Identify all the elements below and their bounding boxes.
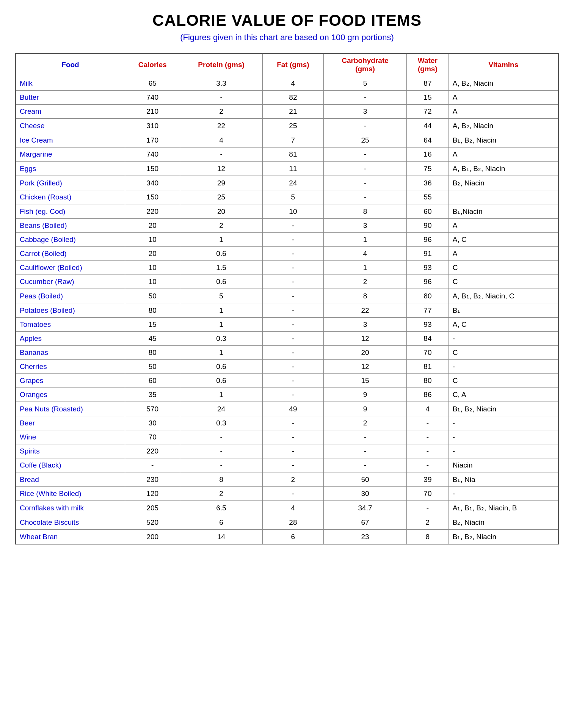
- cell-vitamins: -: [449, 487, 558, 501]
- cell-vitamins: B₁, B₂, Niacin: [449, 133, 558, 147]
- cell-vitamins: B₁, B₂, Niacin: [449, 402, 558, 416]
- cell-vitamins: A: [449, 247, 558, 261]
- col-fat: Fat (gms): [262, 53, 323, 76]
- cell-fat: 6: [262, 530, 323, 544]
- cell-food: Margarine: [16, 147, 125, 162]
- col-protein: Protein (gms): [180, 53, 262, 76]
- cell-vitamins: B₂, Niacin: [449, 515, 558, 530]
- cell-food: Spirits: [16, 444, 125, 458]
- cell-fat: -: [262, 444, 323, 458]
- cell-food: Beer: [16, 416, 125, 430]
- table-row: Oranges351-986C, A: [16, 388, 558, 402]
- cell-food: Peas (Boiled): [16, 289, 125, 303]
- table-row: Apples450.3-1284-: [16, 332, 558, 346]
- cell-food: Grapes: [16, 374, 125, 388]
- cell-water: 87: [407, 76, 449, 91]
- cell-food: Bread: [16, 472, 125, 487]
- cell-food: Cherries: [16, 360, 125, 374]
- cell-fat: -: [262, 458, 323, 472]
- cell-fat: 28: [262, 515, 323, 530]
- cell-vitamins: B₁,Niacin: [449, 204, 558, 219]
- cell-vitamins: A₁, B₁, B₂, Niacin, B: [449, 501, 558, 515]
- table-row: Grapes600.6-1580C: [16, 374, 558, 388]
- cell-food: Bananas: [16, 346, 125, 360]
- cell-carb: 2: [324, 416, 407, 430]
- cell-carb: 1: [324, 233, 407, 247]
- cell-protein: 8: [180, 472, 262, 487]
- table-row: Pork (Grilled)3402924-36B₂, Niacin: [16, 176, 558, 190]
- cell-calories: 80: [125, 303, 180, 318]
- cell-water: 64: [407, 133, 449, 147]
- cell-protein: 5: [180, 289, 262, 303]
- cell-calories: 340: [125, 176, 180, 190]
- cell-carb: 22: [324, 303, 407, 318]
- cell-water: 96: [407, 233, 449, 247]
- cell-food: Cucumber (Raw): [16, 275, 125, 289]
- page-subtitle: (Figures given in this chart are based o…: [15, 33, 559, 42]
- cell-food: Potatoes (Boiled): [16, 303, 125, 318]
- cell-fat: 24: [262, 176, 323, 190]
- cell-protein: -: [180, 147, 262, 162]
- cell-water: -: [407, 458, 449, 472]
- cell-calories: 70: [125, 430, 180, 444]
- cell-carb: 30: [324, 487, 407, 501]
- cell-vitamins: B₂, Niacin: [449, 176, 558, 190]
- cell-fat: -: [262, 346, 323, 360]
- cell-carb: 50: [324, 472, 407, 487]
- cell-carb: 8: [324, 204, 407, 219]
- cell-water: 60: [407, 204, 449, 219]
- cell-food: Cornflakes with milk: [16, 501, 125, 515]
- cell-food: Apples: [16, 332, 125, 346]
- cell-food: Tomatoes: [16, 318, 125, 332]
- cell-calories: 20: [125, 219, 180, 233]
- cell-vitamins: A, B₂, Niacin: [449, 119, 558, 133]
- cell-protein: 2: [180, 105, 262, 119]
- cell-protein: 3.3: [180, 76, 262, 91]
- cell-protein: 0.6: [180, 247, 262, 261]
- cell-carb: 4: [324, 247, 407, 261]
- cell-fat: -: [262, 247, 323, 261]
- cell-calories: 80: [125, 346, 180, 360]
- cell-food: Pork (Grilled): [16, 176, 125, 190]
- cell-carb: 25: [324, 133, 407, 147]
- cell-vitamins: A: [449, 147, 558, 162]
- cell-carb: -: [324, 147, 407, 162]
- cell-calories: 170: [125, 133, 180, 147]
- cell-fat: 5: [262, 190, 323, 204]
- cell-calories: 210: [125, 105, 180, 119]
- cell-calories: 220: [125, 444, 180, 458]
- cell-calories: 570: [125, 402, 180, 416]
- col-calories: Calories: [125, 53, 180, 76]
- cell-water: 81: [407, 360, 449, 374]
- cell-fat: 49: [262, 402, 323, 416]
- cell-calories: 230: [125, 472, 180, 487]
- cell-calories: 10: [125, 233, 180, 247]
- cell-food: Coffe (Black): [16, 458, 125, 472]
- table-row: Cream210221372A: [16, 105, 558, 119]
- table-header-row: Food Calories Protein (gms) Fat (gms) Ca…: [16, 53, 558, 76]
- cell-protein: -: [180, 91, 262, 105]
- cell-carb: 9: [324, 402, 407, 416]
- cell-vitamins: A: [449, 105, 558, 119]
- cell-food: Cauliflower (Boiled): [16, 261, 125, 275]
- cell-carb: 8: [324, 289, 407, 303]
- cell-calories: 740: [125, 91, 180, 105]
- cell-vitamins: C: [449, 346, 558, 360]
- cell-protein: 12: [180, 162, 262, 176]
- cell-carb: 3: [324, 219, 407, 233]
- food-table: Food Calories Protein (gms) Fat (gms) Ca…: [15, 53, 559, 544]
- cell-calories: 220: [125, 204, 180, 219]
- table-row: Rice (White Boiled)1202-3070-: [16, 487, 558, 501]
- cell-protein: 1: [180, 346, 262, 360]
- table-row: Bananas801-2070C: [16, 346, 558, 360]
- cell-water: 2: [407, 515, 449, 530]
- cell-carb: 23: [324, 530, 407, 544]
- cell-food: Eggs: [16, 162, 125, 176]
- cell-water: 15: [407, 91, 449, 105]
- cell-calories: 120: [125, 487, 180, 501]
- cell-water: 77: [407, 303, 449, 318]
- table-row: Spirits220-----: [16, 444, 558, 458]
- cell-fat: -: [262, 289, 323, 303]
- cell-fat: -: [262, 374, 323, 388]
- cell-vitamins: A: [449, 91, 558, 105]
